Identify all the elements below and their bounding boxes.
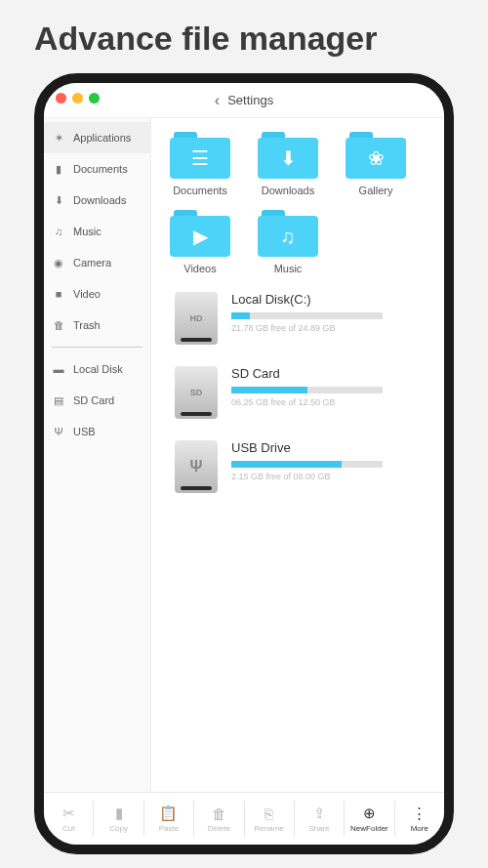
- sidebar-item-usb[interactable]: Ψ USB: [44, 416, 150, 447]
- folder-icon: ▶: [170, 210, 230, 257]
- folder-downloads[interactable]: ⬇ Downloads: [249, 132, 327, 196]
- sidebar-item-music[interactable]: ♫ Music: [44, 216, 150, 247]
- bb-label: Delete: [208, 824, 230, 833]
- header-title: Settings: [227, 93, 273, 107]
- back-icon[interactable]: ‹: [215, 92, 220, 109]
- sidebar-item-label: Music: [73, 226, 102, 237]
- drive-name: USB Drive: [231, 440, 434, 455]
- copy-icon: ▮: [115, 805, 123, 822]
- folder-documents[interactable]: ☰ Documents: [161, 132, 239, 196]
- share-button[interactable]: ⇪ Share: [295, 793, 344, 845]
- drive-sd-card[interactable]: SD SD Card 06.25 GB free of 12.50 GB: [175, 366, 434, 419]
- sidebar-item-downloads[interactable]: ⬇ Downloads: [44, 185, 150, 216]
- folder-label: Gallery: [359, 185, 393, 196]
- drive-name: SD Card: [231, 366, 434, 381]
- minimize-icon[interactable]: [72, 93, 83, 103]
- drive-local-disk[interactable]: HD Local Disk(C:) 21.78 GB free of 24.89…: [175, 292, 434, 345]
- folder-grid: ☰ Documents ⬇ Downloads ❀ Gallery ▶ Vide…: [161, 132, 434, 274]
- apps-icon: ✶: [52, 131, 65, 145]
- folder-label: Videos: [183, 263, 216, 274]
- folder-label: Music: [274, 263, 303, 274]
- bottom-toolbar: ✂ Cut ▮ Copy 📋 Paste 🗑 Delete ⎘ Rename ⇪…: [44, 792, 444, 845]
- folder-gallery[interactable]: ❀ Gallery: [337, 132, 415, 196]
- trash-icon: 🗑: [52, 318, 65, 332]
- paste-button[interactable]: 📋 Paste: [144, 793, 193, 845]
- camera-icon: ◉: [52, 256, 65, 269]
- bb-label: Paste: [159, 824, 179, 833]
- sidebar-item-label: Trash: [73, 319, 101, 331]
- sidebar: ✶ Applications ▮ Documents ⬇ Downloads ♫…: [44, 118, 151, 792]
- close-icon[interactable]: [56, 93, 66, 103]
- usb-icon: Ψ: [52, 425, 65, 438]
- cut-icon: ✂: [62, 805, 75, 822]
- bb-label: Cut: [62, 824, 74, 833]
- drive-usage-bar: [231, 312, 383, 319]
- folder-icon: ♫: [258, 210, 318, 257]
- copy-button[interactable]: ▮ Copy: [94, 793, 142, 845]
- plus-icon: ⊕: [363, 805, 376, 822]
- drive-usage-bar: [231, 461, 383, 468]
- rename-icon: ⎘: [264, 806, 273, 822]
- sidebar-item-label: Camera: [73, 257, 111, 269]
- window-controls: [44, 83, 100, 103]
- share-icon: ⇪: [313, 805, 326, 822]
- sidebar-item-label: Local Disk: [73, 363, 123, 375]
- sd-icon: ▤: [52, 393, 65, 407]
- sidebar-item-label: Video: [73, 288, 101, 300]
- sidebar-item-label: Applications: [73, 132, 131, 144]
- folder-icon: ❀: [346, 132, 406, 179]
- usb-drive-icon: Ψ: [175, 440, 218, 493]
- sidebar-item-documents[interactable]: ▮ Documents: [44, 153, 150, 185]
- bb-label: Copy: [109, 824, 128, 833]
- sidebar-item-label: SD Card: [73, 394, 114, 406]
- page-title: Advance file manager: [0, 0, 488, 73]
- folder-label: Downloads: [262, 185, 314, 196]
- sidebar-item-video[interactable]: ■ Video: [44, 278, 150, 310]
- drive-usage-bar: [231, 387, 383, 393]
- delete-button[interactable]: 🗑 Delete: [194, 793, 243, 845]
- drive-free-text: 2.15 GB free of 08.00 GB: [231, 472, 434, 481]
- sidebar-item-applications[interactable]: ✶ Applications: [44, 122, 150, 153]
- drive-usb[interactable]: Ψ USB Drive 2.15 GB free of 08.00 GB: [175, 440, 434, 493]
- sd-drive-icon: SD: [175, 366, 218, 419]
- folder-icon: ⬇: [258, 132, 318, 179]
- folder-music[interactable]: ♫ Music: [249, 210, 327, 274]
- sidebar-item-label: USB: [73, 426, 96, 437]
- drive-list: HD Local Disk(C:) 21.78 GB free of 24.89…: [161, 292, 434, 493]
- main-panel: ☰ Documents ⬇ Downloads ❀ Gallery ▶ Vide…: [151, 118, 444, 792]
- bb-label: NewFolder: [350, 824, 388, 833]
- download-icon: ⬇: [52, 193, 65, 207]
- doc-icon: ▮: [52, 162, 65, 176]
- sidebar-item-label: Downloads: [73, 194, 126, 206]
- sidebar-item-label: Documents: [73, 163, 128, 175]
- sidebar-divider: [52, 347, 142, 348]
- paste-icon: 📋: [159, 805, 178, 822]
- folder-icon: ☰: [170, 132, 230, 179]
- bb-label: Rename: [255, 824, 284, 833]
- video-icon: ■: [52, 287, 65, 301]
- music-icon: ♫: [52, 225, 65, 238]
- sidebar-item-trash[interactable]: 🗑 Trash: [44, 310, 150, 341]
- rename-button[interactable]: ⎘ Rename: [245, 793, 294, 845]
- delete-icon: 🗑: [212, 806, 226, 822]
- phone-frame: ‹ Settings ✶ Applications ▮ Documents ⬇ …: [34, 73, 454, 854]
- more-button[interactable]: ⋮ More: [395, 793, 444, 845]
- drive-free-text: 06.25 GB free of 12.50 GB: [231, 397, 434, 407]
- new-folder-button[interactable]: ⊕ NewFolder: [345, 793, 393, 845]
- drive-free-text: 21.78 GB free of 24.89 GB: [231, 323, 434, 333]
- sidebar-item-camera[interactable]: ◉ Camera: [44, 247, 150, 278]
- maximize-icon[interactable]: [89, 93, 100, 103]
- disk-icon: ▬: [52, 362, 65, 376]
- header: ‹ Settings: [44, 83, 444, 118]
- cut-button[interactable]: ✂ Cut: [44, 793, 93, 845]
- sidebar-item-local-disk[interactable]: ▬ Local Disk: [44, 353, 150, 385]
- bb-label: Share: [308, 824, 329, 833]
- more-icon: ⋮: [412, 805, 427, 822]
- folder-label: Documents: [173, 185, 227, 196]
- sidebar-item-sd-card[interactable]: ▤ SD Card: [44, 385, 150, 416]
- folder-videos[interactable]: ▶ Videos: [161, 210, 239, 274]
- bb-label: More: [411, 824, 428, 833]
- hd-drive-icon: HD: [175, 292, 218, 345]
- drive-name: Local Disk(C:): [231, 292, 434, 307]
